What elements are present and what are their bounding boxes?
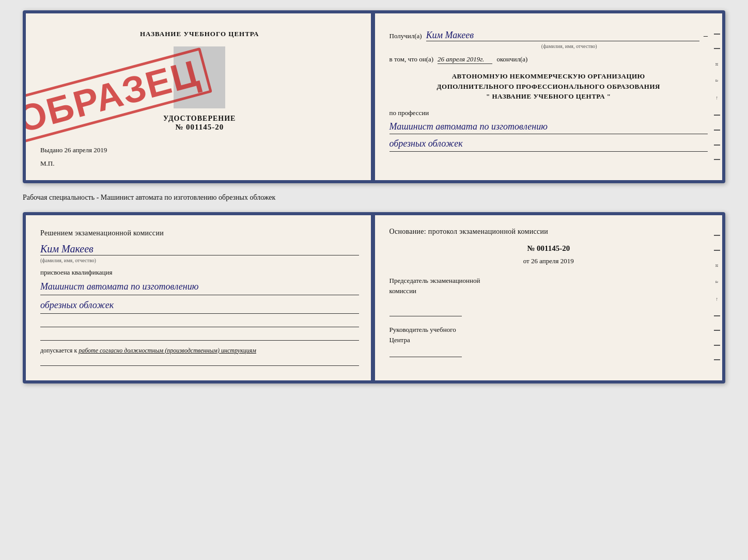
mp-label: М.П.: [40, 159, 359, 168]
b-edge-dash-5: [714, 345, 720, 346]
b-edge-dash-1: [714, 235, 720, 236]
protocol-num: № 001145-20: [389, 244, 708, 253]
dash-poluchil: –: [704, 31, 708, 40]
vydano-date: 26 апреля 2019: [65, 146, 107, 154]
org-block: АВТОНОМНУЮ НЕКОММЕРЧЕСКУЮ ОРГАНИЗАЦИЮ ДО…: [389, 71, 708, 102]
bottom-document: Решением экзаменационной комиссии Ким Ма…: [23, 212, 725, 383]
poluchil-label: Получил(а): [389, 32, 422, 40]
edge-letter-arrow: ←: [714, 95, 720, 101]
edge-dash-5: [714, 145, 720, 146]
edge-letter-i: и: [714, 63, 720, 66]
osnovanie-label: Основание: протокол экзаменационной коми…: [389, 228, 708, 236]
ot-date-block: от 26 апреля 2019: [389, 257, 708, 265]
poluchil-line: Получил(а) Ким Макеев –: [389, 30, 708, 41]
obrazets-stamp: ОБРАЗЕЦ: [30, 29, 187, 163]
b-edge-dash-4: [714, 330, 720, 331]
org-line3: " НАЗВАНИЕ УЧЕБНОГО ЦЕНТРА ": [389, 91, 708, 102]
professiya-line1: Машинист автомата по изготовлению: [389, 119, 708, 135]
blank-line-2: [40, 329, 359, 341]
top-document: НАЗВАНИЕ УЧЕБНОГО ЦЕНТРА УДОСТОВЕРЕНИЕ №…: [23, 10, 725, 183]
certificate-number-top: № 001145-20: [40, 123, 359, 132]
edge-dash-6: [714, 159, 720, 160]
edge-dash-4: [714, 130, 720, 131]
b-edge-letter-i: и: [714, 264, 720, 267]
blank-line-1: [40, 316, 359, 327]
top-doc-left: НАЗВАНИЕ УЧЕБНОГО ЦЕНТРА УДОСТОВЕРЕНИЕ №…: [26, 13, 375, 180]
bottom-doc-left: Решением экзаменационной комиссии Ким Ма…: [26, 215, 375, 380]
vydano-label: Выдано: [40, 146, 63, 154]
edge-dash-3: [714, 115, 720, 116]
org-line2: ДОПОЛНИТЕЛЬНОГО ПРОФЕССИОНАЛЬНОГО ОБРАЗО…: [389, 82, 708, 92]
b-edge-dash-6: [714, 359, 720, 360]
top-doc-right: Получил(а) Ким Макеев – (фамилия, имя, о…: [375, 13, 723, 180]
po-professii-label: по профессии: [389, 109, 708, 117]
okonchil-label: окончил(а): [496, 55, 527, 63]
fio-subtitle-bottom: (фамилия, имя, отчество): [40, 258, 359, 263]
org-line1: АВТОНОМНУЮ НЕКОММЕРЧЕСКУЮ ОРГАНИЗАЦИЮ: [389, 71, 708, 82]
edge-letter-a: а: [714, 79, 720, 82]
photo-placeholder: [174, 46, 225, 108]
rukovoditel-sign-line: [389, 347, 462, 357]
recipient-name: Ким Макеев: [426, 30, 699, 41]
fio-subtitle-top: (фамилия, имя, отчество): [431, 43, 708, 49]
udostoverenie-label: УДОСТОВЕРЕНИЕ: [40, 115, 359, 123]
dopuskaetsya-block: допускается к работе согласно должностны…: [40, 347, 359, 355]
resheniem-label: Решением экзаменационной комиссии: [40, 228, 359, 239]
predsedatel-label: Председатель экзаменационной комиссии: [389, 276, 708, 296]
dopuskaetsya-label: допускается к: [40, 347, 77, 354]
bottom-right-edge-marks: и а ←: [714, 215, 720, 380]
b-edge-letter-a: а: [714, 281, 720, 283]
rukovoditel-label: Руководитель учебного Центра: [389, 325, 708, 345]
dopuskaetsya-cursive: работе согласно должностным (производств…: [79, 347, 256, 354]
right-edge-marks: и а ←: [714, 13, 720, 180]
udostoverenie-block: УДОСТОВЕРЕНИЕ № 001145-20: [40, 115, 359, 132]
vtom-date: 26 апреля 2019г.: [438, 55, 492, 64]
kvalif-line1: Машинист автомата по изготовлению: [40, 279, 359, 295]
b-edge-dash-2: [714, 250, 720, 251]
ot-date-value: 26 апреля 2019: [531, 257, 574, 265]
edge-dash-1: [714, 34, 720, 35]
vtom-label: в том, что он(а): [389, 55, 434, 63]
professiya-line2: обрезных обложек: [389, 136, 708, 152]
edge-dash-2: [714, 48, 720, 49]
bottom-doc-right: Основание: протокол экзаменационной коми…: [375, 215, 723, 380]
kvalif-line2: обрезных обложек: [40, 297, 359, 314]
vydano-line: Выдано 26 апреля 2019: [40, 146, 359, 154]
ot-label: от: [523, 257, 529, 265]
bottom-recipient-name: Ким Макеев: [40, 243, 359, 255]
separator-text: Рабочая специальность - Машинист автомат…: [23, 191, 725, 204]
blank-line-3: [40, 355, 359, 366]
b-edge-dash-3: [714, 315, 720, 316]
school-name-top: НАЗВАНИЕ УЧЕБНОГО ЦЕНТРА: [40, 30, 359, 38]
b-edge-letter-arrow: ←: [714, 297, 720, 302]
predsedatel-sign-line: [389, 306, 462, 316]
vtom-line: в том, что он(а) 26 апреля 2019г. окончи…: [389, 55, 708, 64]
prisvoena-label: присвоена квалификация: [40, 268, 359, 277]
